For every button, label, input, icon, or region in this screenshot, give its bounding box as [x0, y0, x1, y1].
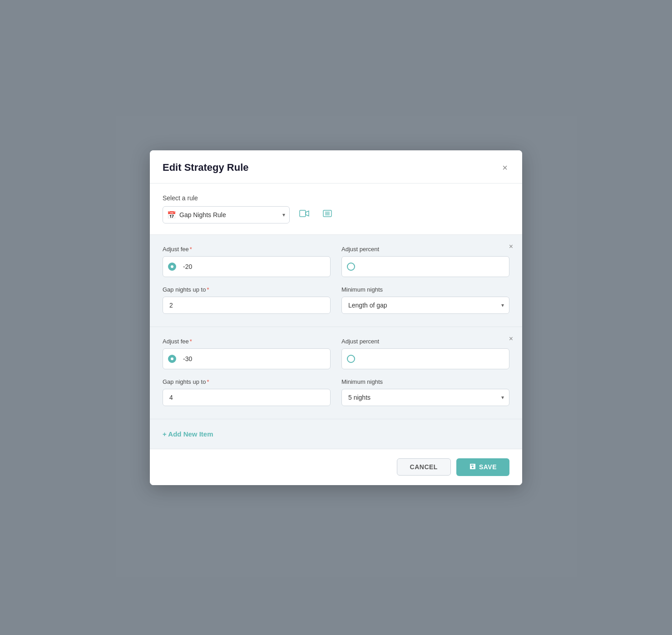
svg-rect-0	[300, 210, 306, 217]
item-2-adjust-fee-input-wrapper	[163, 348, 331, 369]
item-1-close-button[interactable]: ×	[507, 242, 515, 251]
modal-close-button[interactable]: ×	[500, 161, 509, 174]
required-star: *	[190, 338, 192, 345]
item-2-adjust-fee-label: Adjust fee*	[163, 338, 331, 345]
radio-circle-unchecked	[347, 355, 355, 363]
close-icon: ×	[502, 163, 508, 173]
items-container: × Adjust fee*	[150, 235, 522, 449]
item-1-fields: Adjust fee* Adjust percent	[163, 246, 509, 314]
item-1-adjust-fee-input-wrapper	[163, 256, 331, 277]
video-icon	[299, 210, 309, 219]
modal-overlay: Edit Strategy Rule × Select a rule 📅 Gap…	[0, 0, 672, 635]
rule-item: × Adjust fee*	[150, 235, 522, 327]
item-2-gap-nights-field[interactable]	[163, 389, 331, 406]
add-new-item-button[interactable]: + Add New Item	[163, 428, 213, 440]
item-2-adjust-fee-radio[interactable]	[163, 349, 181, 369]
item-2-adjust-percent-input-wrapper	[341, 348, 509, 369]
item-2-adjust-fee-field[interactable]	[181, 351, 330, 367]
item-1-min-nights-select[interactable]: Length of gap 1 night 2 nights 3 nights …	[341, 297, 509, 314]
item-1-min-nights-group: Minimum nights Length of gap 1 night 2 n…	[341, 286, 509, 314]
add-item-label: + Add New Item	[163, 430, 213, 438]
item-1-adjust-percent-label: Adjust percent	[341, 246, 509, 253]
item-2-gap-nights-group: Gap nights up to*	[163, 378, 331, 406]
rule-select-dropdown[interactable]: Gap Nights Rule Seasonal Rule Day of Wee…	[163, 206, 290, 223]
item-2-min-nights-group: Minimum nights Length of gap 1 night 2 n…	[341, 378, 509, 406]
radio-circle-checked	[168, 355, 176, 363]
required-star: *	[207, 378, 209, 385]
item-1-gap-nights-group: Gap nights up to*	[163, 286, 331, 314]
item-2-close-button[interactable]: ×	[507, 334, 515, 343]
item-1-adjust-percent-input-wrapper	[341, 256, 509, 277]
radio-circle-unchecked	[347, 263, 355, 271]
item-2-adjust-fee-group: Adjust fee*	[163, 338, 331, 369]
edit-strategy-rule-modal: Edit Strategy Rule × Select a rule 📅 Gap…	[150, 150, 522, 485]
item-2-min-nights-select[interactable]: Length of gap 1 night 2 nights 3 nights …	[341, 389, 509, 406]
required-star: *	[190, 246, 192, 253]
item-1-min-nights-label: Minimum nights	[341, 286, 509, 293]
item-1-adjust-fee-label: Adjust fee*	[163, 246, 331, 253]
item-1-close-icon: ×	[509, 243, 513, 250]
rule-selector-label: Select a rule	[163, 194, 509, 202]
item-1-adjust-fee-group: Adjust fee*	[163, 246, 331, 277]
item-1-adjust-percent-field[interactable]	[360, 258, 509, 275]
required-star: *	[207, 286, 209, 293]
list-icon-button[interactable]	[319, 207, 336, 223]
modal-footer: CANCEL SAVE	[150, 449, 522, 485]
item-1-gap-nights-label: Gap nights up to*	[163, 286, 331, 293]
radio-circle-checked	[168, 263, 176, 271]
item-2-adjust-percent-group: Adjust percent	[341, 338, 509, 369]
item-1-adjust-percent-group: Adjust percent	[341, 246, 509, 277]
item-1-gap-nights-field[interactable]	[163, 297, 331, 314]
item-2-fields: Adjust fee* Adjust percent	[163, 338, 509, 406]
item-2-close-icon: ×	[509, 335, 513, 342]
item-2-min-nights-label: Minimum nights	[341, 378, 509, 385]
rule-select-row: 📅 Gap Nights Rule Seasonal Rule Day of W…	[163, 206, 509, 223]
item-2-adjust-percent-label: Adjust percent	[341, 338, 509, 345]
item-2-adjust-percent-field[interactable]	[360, 351, 509, 367]
modal-title: Edit Strategy Rule	[163, 162, 248, 174]
rule-item: × Adjust fee*	[150, 327, 522, 419]
item-2-adjust-percent-radio[interactable]	[342, 349, 360, 369]
add-item-section: + Add New Item	[150, 419, 522, 449]
item-2-gap-nights-label: Gap nights up to*	[163, 378, 331, 385]
item-1-adjust-percent-radio[interactable]	[342, 257, 360, 277]
cancel-button[interactable]: CANCEL	[397, 458, 451, 476]
save-label: SAVE	[479, 463, 497, 471]
item-1-adjust-fee-field[interactable]	[181, 258, 330, 275]
item-1-adjust-fee-radio[interactable]	[163, 257, 181, 277]
rule-selector-section: Select a rule 📅 Gap Nights Rule Seasonal…	[150, 184, 522, 235]
item-2-min-nights-select-wrapper: Length of gap 1 night 2 nights 3 nights …	[341, 389, 509, 406]
item-1-min-nights-select-wrapper: Length of gap 1 night 2 nights 3 nights …	[341, 297, 509, 314]
modal-header: Edit Strategy Rule ×	[150, 150, 522, 184]
save-icon	[469, 463, 476, 471]
rule-select-wrapper: 📅 Gap Nights Rule Seasonal Rule Day of W…	[163, 206, 290, 223]
video-icon-button[interactable]	[295, 207, 313, 223]
list-icon	[323, 210, 332, 219]
save-button[interactable]: SAVE	[456, 458, 509, 476]
